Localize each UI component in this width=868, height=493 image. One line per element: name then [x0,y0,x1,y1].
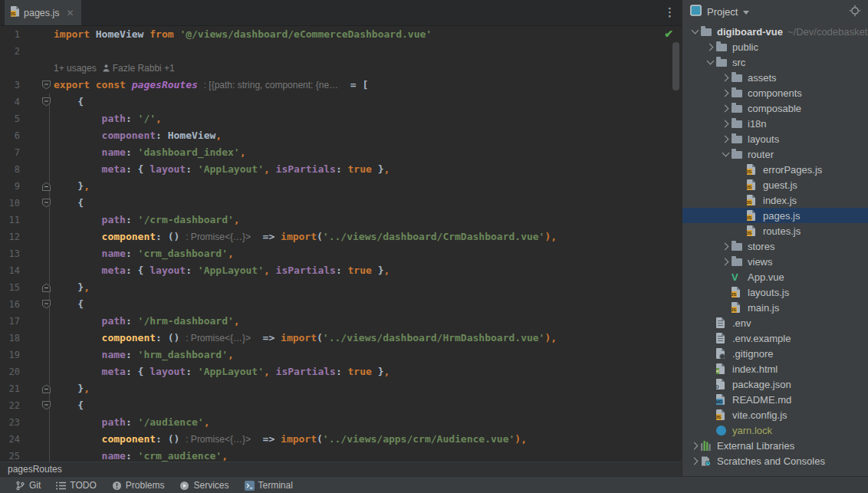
chevron-right-icon[interactable] [721,120,728,127]
tree-item-public[interactable]: public [682,39,868,54]
code-line-12[interactable]: 12 component: () : Promise<{…}> => impor… [0,228,682,245]
gutter-fold-column[interactable] [20,296,54,313]
code-line-3[interactable]: 3export const pagesRoutes : [{path: stri… [0,77,682,94]
inspection-ok-icon[interactable]: ✔ [664,28,673,40]
gutter-fold-column[interactable] [20,77,54,94]
code-line-22[interactable]: 22 { [0,397,682,414]
tree-item-routes-js[interactable]: JSroutes.js [682,223,868,238]
code-line-9[interactable]: 9 }, [0,178,682,195]
tree-item-layouts-js[interactable]: JSlayouts.js [682,284,868,300]
select-opened-file-icon[interactable] [849,5,861,20]
chevron-right-icon[interactable] [721,242,728,250]
code-line-14[interactable]: 14 meta: { layout: 'AppLayout', isPartia… [0,262,682,279]
tree-item-components[interactable]: components [682,85,868,100]
breadcrumb-item[interactable]: pagesRoutes [8,464,62,475]
statusbar-problems[interactable]: Problems [104,477,173,493]
statusbar-terminal[interactable]: Terminal [237,477,301,493]
tree-item--env[interactable]: .env [682,315,868,330]
project-panel-title[interactable]: Project [707,6,738,18]
tree-item-layouts[interactable]: layouts [682,131,868,146]
code-line-7[interactable]: 7 name: 'dashboard_index', [0,144,682,161]
code-line-24[interactable]: 24 component: () : Promise<{…}> => impor… [0,431,682,448]
tree-item-views[interactable]: views [682,254,868,269]
chevron-right-icon[interactable] [721,89,728,97]
gutter-fold-column[interactable] [20,195,54,212]
close-tab-icon[interactable]: ✕ [67,8,74,18]
chevron-right-icon[interactable] [705,43,713,51]
tree-item-app-vue[interactable]: VApp.vue [682,269,868,284]
code-line-8[interactable]: 8 meta: { layout: 'AppLayout', isPartial… [0,161,682,178]
code-line-5[interactable]: 5 path: '/', [0,110,682,127]
tab-pages-js[interactable]: JS pages.js ✕ [5,0,81,25]
tree-item-digiboard-vue[interactable]: digiboard-vue~/Dev/codebasket [682,24,868,39]
code-line-19[interactable]: 19 name: 'hrm_dashboard', [0,347,682,363]
code-line-18[interactable]: 18 component: () : Promise<{…}> => impor… [0,330,682,347]
code-author-hint[interactable]: Fazle Rabbi +1 [103,63,175,74]
tree-item-package-json[interactable]: {}package.json [682,376,868,392]
tree-item-assets[interactable]: assets [682,70,868,85]
code-line-15[interactable]: 15 }, [0,279,682,296]
tree-item-guest-js[interactable]: JSguest.js [682,177,868,192]
statusbar-git[interactable]: Git [8,477,48,493]
code-line-13[interactable]: 13 name: 'crm_dashboard', [0,245,682,262]
line-number: 11 [0,212,20,228]
tree-item-stores[interactable]: stores [682,238,868,254]
tree-item-scratches-and-consoles[interactable]: Scratches and Consoles [682,453,868,468]
tree-item-i18n[interactable]: i18n [682,116,868,131]
js-icon: JS [747,195,763,205]
chevron-right-icon[interactable] [721,135,728,143]
code-line-16[interactable]: 16 { [0,296,682,313]
tree-item-pages-js[interactable]: JSpages.js [682,208,868,223]
tree-item--env-example[interactable]: .env.example [682,330,868,346]
tree-item-index-html[interactable]: Hindex.html [682,361,868,376]
tree-item-src[interactable]: src [682,54,868,70]
tree-item-index-js[interactable]: JSindex.js [682,192,868,208]
editor-scrollbar-thumb[interactable] [672,42,679,90]
tree-item-external-libraries[interactable]: External Libraries [682,438,868,453]
editor-options-kebab-icon[interactable]: ⋮ [664,5,676,19]
chevron-right-icon[interactable] [721,104,728,112]
chevron-down-icon[interactable] [722,150,729,157]
code-line-25[interactable]: 25 name: 'crm_audience', [0,448,682,462]
chevron-right-icon[interactable] [721,74,728,81]
chevron-down-icon[interactable] [743,11,749,15]
usages-hint[interactable]: 1+ usages [54,63,97,74]
gutter-fold-column[interactable] [20,397,54,414]
tree-item-vite-config-js[interactable]: JSvite.config.js [682,407,868,422]
tool-window-icon [690,5,702,19]
code-line-2[interactable]: 2 [0,43,682,60]
chevron-right-icon[interactable] [721,258,728,265]
tree-item-yarn-lock[interactable]: yarn.lock [682,422,868,438]
line-number: 9 [0,178,20,195]
line-number: 1 [0,26,20,43]
tree-item-router[interactable]: router [682,146,868,162]
tree-item--gitignore[interactable]: .gitignore [682,346,868,361]
code-line-17[interactable]: 17 path: '/hrm-dashboard', [0,313,682,330]
code-line-21[interactable]: 21 }, [0,380,682,397]
code-line-6[interactable]: 6 component: HomeView, [0,127,682,144]
tree-item-errorpages-js[interactable]: JSerrorPages.js [682,162,868,177]
line-number: 13 [0,245,20,262]
tree-item-composable[interactable]: composable [682,100,868,116]
gutter-fold-column [20,212,54,228]
tree-item-readme-md[interactable]: MDREADME.md [682,392,868,407]
chevron-down-icon[interactable] [691,27,699,35]
code-line-11[interactable]: 11 path: '/crm-dashboard', [0,212,682,228]
code-line-4[interactable]: 4 { [0,94,682,110]
tree-item-main-js[interactable]: JSmain.js [682,300,868,315]
code-line-10[interactable]: 10 { [0,195,682,212]
statusbar-todo[interactable]: TODO [48,477,104,493]
chevron-right-icon[interactable] [690,457,698,465]
code-line-23[interactable]: 23 path: '/audience', [0,414,682,431]
code-line-1[interactable]: 1import HomeView from '@/views/dashboard… [0,26,682,43]
gutter-fold-column[interactable] [20,178,54,195]
gutter-fold-column[interactable] [20,380,54,397]
chevron-down-icon[interactable] [706,58,714,65]
code-line-20[interactable]: 20 meta: { layout: 'AppLayout', isPartia… [0,363,682,380]
statusbar-services[interactable]: Services [172,477,236,493]
project-tree: digiboard-vue~/Dev/codebasketpublicsrcas… [682,24,868,476]
chevron-right-icon[interactable] [690,442,698,449]
gutter-fold-column[interactable] [20,279,54,296]
code-editor[interactable]: 1import HomeView from '@/views/dashboard… [0,26,682,462]
gutter-fold-column[interactable] [20,94,54,110]
